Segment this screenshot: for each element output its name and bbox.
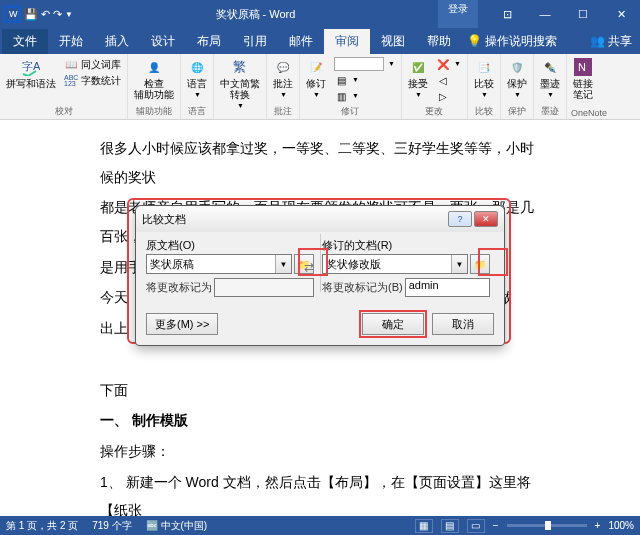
prev-icon: ◁ (436, 73, 450, 87)
shield-icon: 🛡️ (508, 58, 526, 76)
svg-text:字A: 字A (22, 60, 40, 72)
revised-value: 奖状修改版 (326, 257, 451, 272)
zoom-thumb[interactable] (545, 521, 551, 530)
read-mode-button[interactable]: ▦ (415, 519, 433, 533)
revised-browse-button[interactable]: 📁 (470, 254, 490, 274)
print-layout-button[interactable]: ▤ (441, 519, 459, 533)
chevron-down-icon[interactable]: ▼ (275, 255, 291, 273)
tracking-group-label: 修订 (304, 105, 397, 118)
menu-mailings[interactable]: 邮件 (278, 29, 324, 54)
previous-change-button[interactable]: ◁ (434, 72, 463, 88)
zoom-in-button[interactable]: + (595, 520, 601, 531)
folder-icon: 📁 (474, 259, 486, 270)
svg-text:W: W (9, 9, 18, 19)
web-layout-button[interactable]: ▭ (467, 519, 485, 533)
qat-customize-icon[interactable]: ▼ (65, 10, 73, 19)
ribbon-group-ink: ✒️ 墨迹 ▼ 墨迹 (534, 54, 567, 119)
spelling-button[interactable]: 字A 拼写和语法 (4, 56, 58, 91)
wordcount-button[interactable]: ABC123 字数统计 (62, 72, 123, 88)
menu-design[interactable]: 设计 (140, 29, 186, 54)
language-status[interactable]: 🔤 中文(中国) (146, 519, 207, 533)
maximize-button[interactable]: ☐ (564, 0, 602, 28)
compare-button[interactable]: 📑 比较 ▼ (472, 56, 496, 101)
ribbon-group-compare: 📑 比较 ▼ 比较 (468, 54, 501, 119)
more-button[interactable]: 更多(M) >> (146, 313, 218, 335)
page-status[interactable]: 第 1 页，共 2 页 (6, 519, 78, 533)
menu-references[interactable]: 引用 (232, 29, 278, 54)
original-label: 原文档(O) (146, 238, 314, 253)
ink-icon: ✒️ (541, 58, 559, 76)
onenote-icon: N (574, 58, 592, 76)
dialog-title: 比较文档 (142, 212, 448, 227)
display-dropdown[interactable]: ▼ (332, 56, 397, 72)
chevron-down-icon[interactable]: ▼ (451, 255, 467, 273)
thesaurus-icon: 📖 (64, 57, 78, 71)
close-button[interactable]: ✕ (602, 0, 640, 28)
doc-line: 操作步骤： (100, 437, 540, 466)
menu-help[interactable]: 帮助 (416, 29, 462, 54)
cancel-button[interactable]: 取消 (432, 313, 494, 335)
changes-group-label: 更改 (406, 105, 463, 118)
ok-button[interactable]: 确定 (362, 313, 424, 335)
zoom-level[interactable]: 100% (608, 520, 634, 531)
next-change-button[interactable]: ▷ (434, 88, 463, 104)
lightbulb-icon: 💡 (467, 34, 482, 48)
next-icon: ▷ (436, 89, 450, 103)
qat-save-icon[interactable]: 💾 (24, 8, 38, 21)
menu-file[interactable]: 文件 (2, 29, 48, 54)
accessibility-icon: 👤 (145, 58, 163, 76)
login-button[interactable]: 登录 (438, 0, 478, 28)
menu-review[interactable]: 审阅 (324, 29, 370, 54)
dialog-titlebar[interactable]: 比较文档 ? ✕ (136, 206, 504, 232)
ribbon-group-language: 🌐 语言 ▼ 语言 (181, 54, 214, 119)
dialog-close-button[interactable]: ✕ (474, 211, 498, 227)
language-button[interactable]: 🌐 语言 ▼ (185, 56, 209, 101)
ink-label: 墨迹 (540, 78, 560, 89)
doc-heading: 一、 制作模版 (100, 406, 540, 435)
protect-label: 保护 (507, 78, 527, 89)
menu-view[interactable]: 视图 (370, 29, 416, 54)
swap-icon[interactable]: ⇄ (304, 260, 314, 274)
zoom-out-button[interactable]: − (493, 520, 499, 531)
original-author-input[interactable] (214, 278, 314, 297)
reviewing-pane-button[interactable]: ▥▼ (332, 88, 397, 104)
chevron-down-icon: ▼ (415, 91, 422, 99)
show-markup-button[interactable]: ▤▼ (332, 72, 397, 88)
menu-layout[interactable]: 布局 (186, 29, 232, 54)
dialog-divider (320, 234, 321, 292)
qat-undo-icon[interactable]: ↶ (41, 8, 50, 21)
share-button[interactable]: 👥 共享 (590, 33, 632, 50)
chinese-conv-button[interactable]: 繁 中文简繁 转换 ▼ (218, 56, 262, 112)
track-changes-button[interactable]: 📝 修订 ▼ (304, 56, 328, 101)
accessibility-button[interactable]: 👤 检查 辅助功能 (132, 56, 176, 102)
mark-changes-b-label: 将更改标记为(B) (322, 280, 403, 295)
ribbon-group-proofing: 字A 拼写和语法 📖 同义词库 ABC123 字数统计 校对 (0, 54, 128, 119)
onenote-button[interactable]: N 链接 笔记 (571, 56, 595, 102)
word-count-status[interactable]: 719 个字 (92, 519, 131, 533)
protect-button[interactable]: 🛡️ 保护 ▼ (505, 56, 529, 101)
svg-text:123: 123 (64, 80, 76, 87)
minimize-button[interactable]: — (526, 0, 564, 28)
comment-label: 批注 (273, 78, 293, 89)
new-comment-button[interactable]: 💬 批注 ▼ (271, 56, 295, 101)
language-label: 语言 (187, 78, 207, 89)
tell-me[interactable]: 💡 操作说明搜索 (467, 33, 557, 50)
reject-button[interactable]: ❌▼ (434, 56, 463, 72)
revised-author-input[interactable]: admin (405, 278, 490, 297)
menu-home[interactable]: 开始 (48, 29, 94, 54)
zoom-slider[interactable] (507, 524, 587, 527)
revised-combo[interactable]: 奖状修改版 ▼ (322, 254, 468, 274)
dialog-help-button[interactable]: ? (448, 211, 472, 227)
ribbon-group-changes: ✅ 接受 ▼ ❌▼ ◁ ▷ 更改 (402, 54, 468, 119)
compare-group-label: 比较 (472, 105, 496, 118)
ink-group-label: 墨迹 (538, 105, 562, 118)
ink-button[interactable]: ✒️ 墨迹 ▼ (538, 56, 562, 101)
qat-redo-icon[interactable]: ↷ (53, 8, 62, 21)
menu-insert[interactable]: 插入 (94, 29, 140, 54)
mark-changes-label: 将更改标记为 (146, 280, 212, 295)
chinese-conv-label: 中文简繁 转换 (220, 78, 260, 100)
accept-button[interactable]: ✅ 接受 ▼ (406, 56, 430, 101)
original-combo[interactable]: 奖状原稿 ▼ (146, 254, 292, 274)
thesaurus-button[interactable]: 📖 同义词库 (62, 56, 123, 72)
ribbon-options-icon[interactable]: ⊡ (488, 0, 526, 28)
